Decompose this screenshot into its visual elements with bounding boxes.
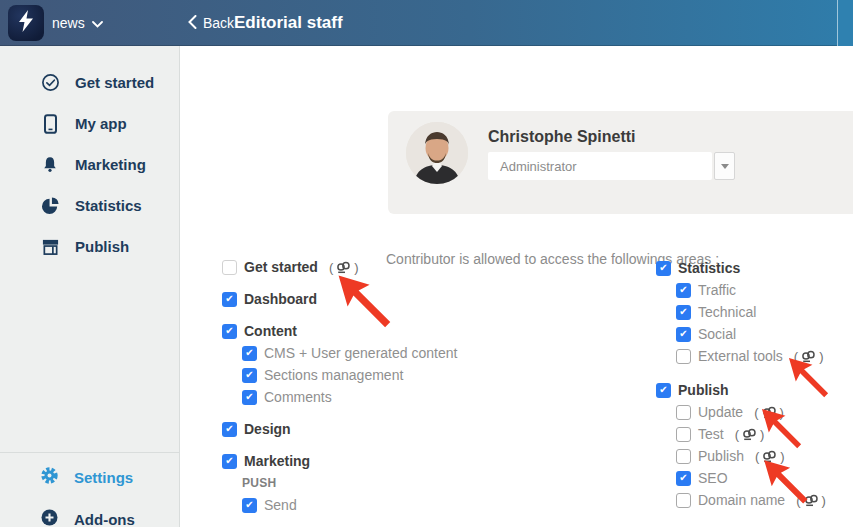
permission-label: External tools: [698, 348, 783, 364]
role-select[interactable]: Administrator: [488, 152, 712, 180]
sidebar-item-settings[interactable]: Settings: [0, 456, 179, 498]
paren: (: [735, 427, 739, 442]
role-select-value: Administrator: [500, 159, 577, 174]
permission-label: Technical: [698, 304, 756, 320]
sidebar-item-label: Marketing: [75, 156, 146, 173]
sidebar-item-get-started[interactable]: Get started: [0, 62, 179, 103]
topbar-right-panel-edge: [837, 0, 853, 46]
sidebar-item-label: Settings: [74, 469, 133, 486]
back-button[interactable]: Back: [188, 0, 234, 46]
checkbox[interactable]: [656, 261, 671, 276]
smartphone-icon: [40, 114, 60, 134]
sidebar-footer-nav: Settings Add-ons: [0, 456, 179, 527]
sidebar-divider: [0, 452, 179, 453]
checkbox[interactable]: [222, 454, 237, 469]
permission-row-cms: CMS + User generated content: [242, 342, 457, 364]
circle-plus-icon: [40, 508, 59, 527]
page-title: Editorial staff: [234, 0, 343, 46]
paren: (: [329, 260, 333, 275]
storefront-icon: [40, 238, 60, 256]
bell-icon: [40, 155, 60, 174]
sidebar: Get started My app Marketing Statistics …: [0, 46, 180, 527]
red-arrow-icon: [787, 356, 834, 407]
sidebar-item-label: Add-ons: [74, 511, 135, 527]
top-bar: news Back Editorial staff: [0, 0, 853, 46]
triangle-down-icon: [721, 164, 729, 169]
permission-label: Publish: [698, 448, 744, 464]
chain-link-icon[interactable]: [336, 261, 351, 274]
red-arrow-icon: [760, 407, 807, 458]
checkbox[interactable]: [676, 493, 691, 508]
permission-label: Get started: [244, 259, 318, 275]
profile-card: Christophe Spinetti Administrator Backen…: [388, 111, 853, 214]
permission-row-technical: Technical: [676, 301, 826, 323]
permission-label: Traffic: [698, 282, 736, 298]
chevron-down-icon: [92, 15, 103, 31]
paren: (: [754, 405, 758, 420]
sidebar-item-publish[interactable]: Publish: [0, 226, 179, 267]
gear-icon: [40, 466, 59, 488]
paren: (: [755, 449, 759, 464]
permission-label: Marketing: [244, 453, 310, 469]
permission-label: Sections management: [264, 367, 403, 383]
pie-chart-icon: [40, 196, 60, 215]
permission-row-comments: Comments: [242, 386, 457, 408]
app-switcher[interactable]: news: [52, 0, 103, 46]
checkbox[interactable]: [242, 368, 257, 383]
person-name: Christophe Spinetti: [488, 128, 636, 146]
role-select-arrow-button[interactable]: [714, 152, 735, 180]
chevron-left-icon: [188, 15, 197, 32]
checkbox[interactable]: [676, 283, 691, 298]
sidebar-item-label: Statistics: [75, 197, 142, 214]
sidebar-item-add-ons[interactable]: Add-ons: [0, 498, 179, 527]
red-arrow-icon: [762, 458, 814, 514]
permission-label: Design: [244, 421, 291, 437]
permission-label: Dashboard: [244, 291, 317, 307]
back-label: Back: [203, 15, 234, 31]
permission-label: Test: [698, 426, 724, 442]
permission-row-sections-management: Sections management: [242, 364, 457, 386]
checkbox[interactable]: [676, 349, 691, 364]
chain-link-icon[interactable]: [742, 428, 757, 441]
checkbox[interactable]: [676, 327, 691, 342]
checkbox[interactable]: [656, 383, 671, 398]
sidebar-nav: Get started My app Marketing Statistics …: [0, 62, 179, 267]
permission-row-design: Design: [222, 418, 457, 440]
permission-label: Publish: [678, 382, 729, 398]
sidebar-item-label: Publish: [75, 238, 129, 255]
sidebar-item-statistics[interactable]: Statistics: [0, 185, 179, 226]
checkbox[interactable]: [222, 260, 237, 275]
sidebar-item-marketing[interactable]: Marketing: [0, 144, 179, 185]
sidebar-item-my-app[interactable]: My app: [0, 103, 179, 144]
checkbox[interactable]: [222, 324, 237, 339]
permission-label: SEO: [698, 470, 728, 486]
checkbox[interactable]: [242, 346, 257, 361]
permission-label: Send: [264, 497, 297, 513]
checkbox[interactable]: [676, 405, 691, 420]
lightning-bolt-icon: [15, 9, 37, 37]
checkbox[interactable]: [676, 305, 691, 320]
circle-check-icon: [40, 73, 60, 92]
permission-row-marketing: Marketing: [222, 450, 457, 472]
permission-row-social: Social: [676, 323, 826, 345]
permission-label: CMS + User generated content: [264, 345, 457, 361]
app-logo[interactable]: [8, 5, 44, 41]
permission-label: Comments: [264, 389, 332, 405]
checkbox[interactable]: [676, 449, 691, 464]
checkbox[interactable]: [676, 471, 691, 486]
permission-row-traffic: Traffic: [676, 279, 826, 301]
permission-row-send: Send: [242, 494, 457, 516]
permission-label: Update: [698, 404, 743, 420]
app-name: news: [52, 15, 85, 31]
permission-group-heading-push: PUSH: [242, 472, 457, 494]
checkbox[interactable]: [242, 390, 257, 405]
permission-label: Social: [698, 326, 736, 342]
avatar: [406, 122, 468, 184]
checkbox[interactable]: [222, 292, 237, 307]
checkbox[interactable]: [676, 427, 691, 442]
checkbox[interactable]: [242, 498, 257, 513]
checkbox[interactable]: [222, 422, 237, 437]
red-arrow-icon: [336, 273, 398, 339]
permission-row-statistics: Statistics: [656, 257, 826, 279]
sidebar-item-label: Get started: [75, 74, 154, 91]
